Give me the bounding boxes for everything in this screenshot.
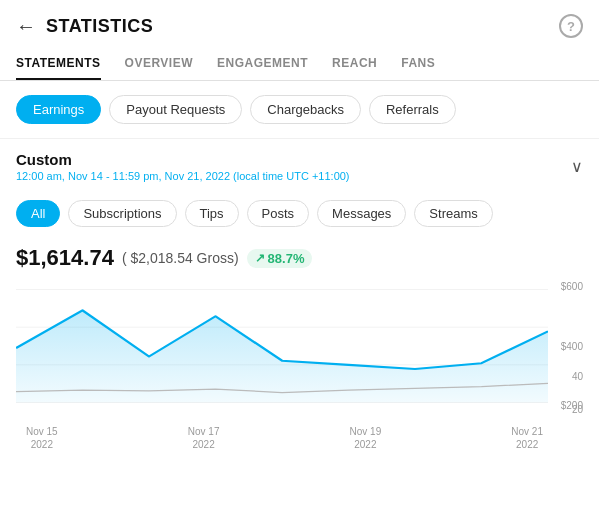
x-label-nov15-year: 2022	[31, 438, 53, 451]
help-icon[interactable]: ?	[559, 14, 583, 38]
x-label-nov19: Nov 19 2022	[350, 425, 382, 451]
y-axis-labels-main: $600 $400 $200	[561, 281, 583, 451]
chart-svg	[16, 281, 548, 411]
pill-earnings[interactable]: Earnings	[16, 95, 101, 124]
custom-title: Custom	[16, 151, 350, 168]
pill-chargebacks[interactable]: Chargebacks	[250, 95, 361, 124]
x-label-nov21-year: 2022	[516, 438, 538, 451]
tab-overview[interactable]: OVERVIEW	[125, 48, 193, 80]
cat-pill-subscriptions[interactable]: Subscriptions	[68, 200, 176, 227]
filter-pills: Earnings Payout Requests Chargebacks Ref…	[0, 81, 599, 138]
cat-pill-messages[interactable]: Messages	[317, 200, 406, 227]
percent-badge: ↗ 88.7%	[247, 249, 313, 268]
cat-pill-streams[interactable]: Streams	[414, 200, 492, 227]
stats-summary: $1,614.74 ( $2,018.54 Gross) ↗ 88.7%	[0, 239, 599, 281]
tab-engagement[interactable]: ENGAGEMENT	[217, 48, 308, 80]
chevron-down-icon[interactable]: ∨	[571, 157, 583, 176]
header: ← STATISTICS ?	[0, 0, 599, 48]
x-label-nov17-date: Nov 17	[188, 425, 220, 438]
tab-statements[interactable]: STATEMENTS	[16, 48, 101, 80]
custom-info: Custom 12:00 am, Nov 14 - 11:59 pm, Nov …	[16, 151, 350, 182]
nav-tabs: STATEMENTS OVERVIEW ENGAGEMENT REACH FAN…	[0, 48, 599, 81]
x-label-nov21-date: Nov 21	[511, 425, 543, 438]
x-label-nov19-date: Nov 19	[350, 425, 382, 438]
header-left: ← STATISTICS	[16, 15, 153, 38]
chart-container: $600 $400 $200 40 20 Nov 15 2022 Nov 17 …	[0, 281, 599, 481]
pill-payout[interactable]: Payout Requests	[109, 95, 242, 124]
page-title: STATISTICS	[46, 16, 153, 37]
x-label-nov15-date: Nov 15	[26, 425, 58, 438]
y-label-40: 40	[572, 371, 583, 382]
percent-arrow-icon: ↗	[255, 251, 265, 265]
y-label-20: 20	[572, 404, 583, 415]
x-label-nov21: Nov 21 2022	[511, 425, 543, 451]
cat-pill-tips[interactable]: Tips	[185, 200, 239, 227]
gross-amount: ( $2,018.54 Gross)	[122, 250, 239, 266]
custom-date: 12:00 am, Nov 14 - 11:59 pm, Nov 21, 202…	[16, 170, 350, 182]
x-label-nov19-year: 2022	[354, 438, 376, 451]
x-label-nov15: Nov 15 2022	[26, 425, 58, 451]
y-axis-labels-secondary: 40 20	[572, 371, 583, 415]
y-label-600: $600	[561, 281, 583, 292]
custom-section: Custom 12:00 am, Nov 14 - 11:59 pm, Nov …	[0, 138, 599, 188]
pill-referrals[interactable]: Referrals	[369, 95, 456, 124]
chart-fill-area	[16, 310, 548, 402]
percent-value: 88.7%	[268, 251, 305, 266]
tab-fans[interactable]: FANS	[401, 48, 435, 80]
custom-header: Custom 12:00 am, Nov 14 - 11:59 pm, Nov …	[16, 151, 583, 182]
cat-pill-all[interactable]: All	[16, 200, 60, 227]
x-label-nov17: Nov 17 2022	[188, 425, 220, 451]
x-axis-labels: Nov 15 2022 Nov 17 2022 Nov 19 2022 Nov …	[26, 425, 543, 451]
back-button[interactable]: ←	[16, 15, 36, 38]
chart-area: $600 $400 $200 40 20 Nov 15 2022 Nov 17 …	[16, 281, 583, 451]
y-label-400: $400	[561, 341, 583, 352]
tab-reach[interactable]: REACH	[332, 48, 377, 80]
main-amount: $1,614.74	[16, 245, 114, 271]
category-pills: All Subscriptions Tips Posts Messages St…	[0, 188, 599, 239]
x-label-nov17-year: 2022	[192, 438, 214, 451]
cat-pill-posts[interactable]: Posts	[247, 200, 310, 227]
